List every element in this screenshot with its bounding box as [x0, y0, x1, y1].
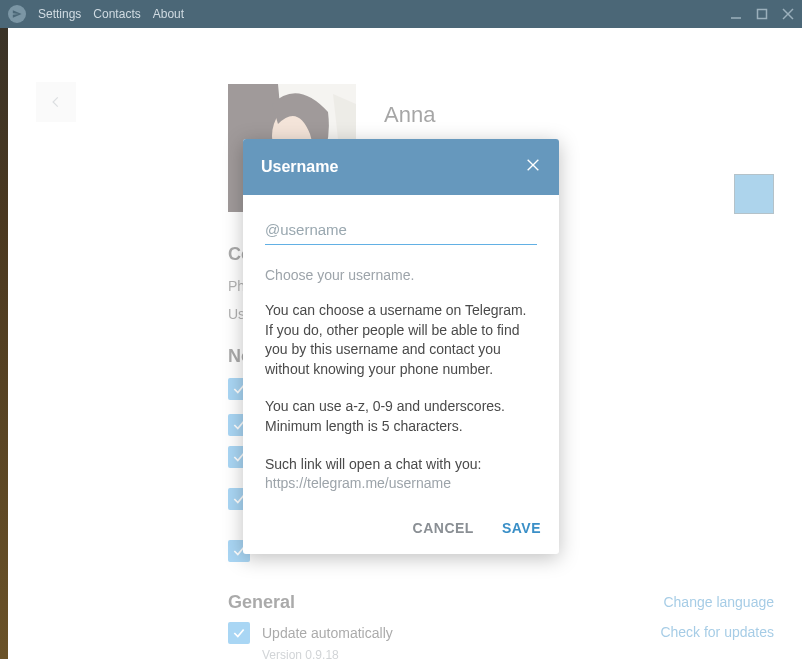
left-gutter — [0, 28, 8, 659]
menu-settings[interactable]: Settings — [38, 7, 81, 21]
save-button[interactable]: SAVE — [502, 520, 541, 536]
app-icon — [8, 5, 26, 23]
cancel-button[interactable]: CANCEL — [413, 520, 474, 536]
modal-title: Username — [261, 158, 338, 176]
close-window-icon[interactable] — [782, 8, 794, 20]
modal-paragraph-2: You can use a-z, 0-9 and underscores. Mi… — [265, 397, 537, 436]
modal-paragraph-3: Such link will open a chat with you: — [265, 455, 537, 475]
minimize-icon[interactable] — [730, 8, 742, 20]
menu-contacts[interactable]: Contacts — [93, 7, 140, 21]
menu-about[interactable]: About — [153, 7, 184, 21]
modal-paragraph-1: You can choose a username on Telegram. I… — [265, 301, 537, 379]
svg-rect-1 — [758, 10, 767, 19]
maximize-icon[interactable] — [756, 8, 768, 20]
modal-hint: Choose your username. — [265, 267, 537, 283]
title-bar: Settings Contacts About — [0, 0, 802, 28]
modal-link-example: https://telegram.me/username — [265, 474, 537, 494]
close-icon[interactable] — [525, 157, 541, 177]
username-input[interactable] — [265, 217, 537, 245]
username-modal: Username Choose your username. You can c… — [243, 139, 559, 554]
